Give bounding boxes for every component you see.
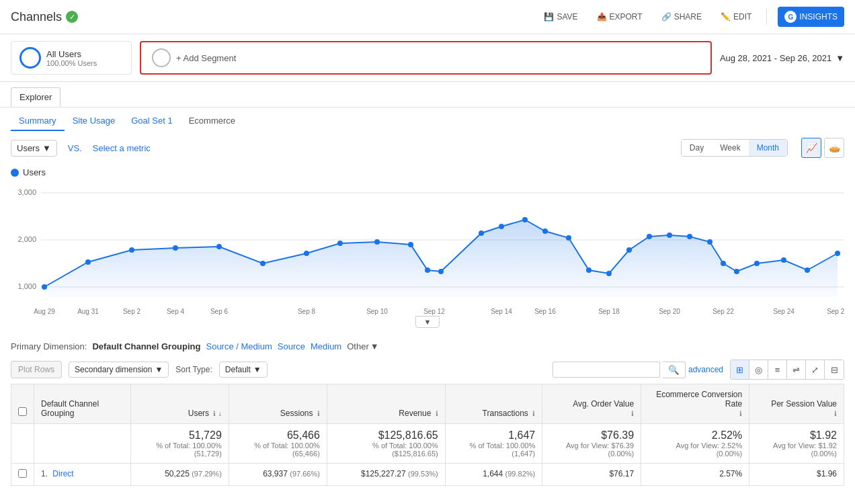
select-all-header	[11, 384, 34, 424]
row-1-name-link[interactable]: Direct	[52, 469, 73, 478]
bar-view-button[interactable]: ≡	[768, 360, 787, 379]
segment-pct: 100.00% Users	[46, 59, 97, 67]
svg-point-22	[566, 235, 571, 241]
data-table-wrapper: Default Channel Grouping Users ℹ ↓ Sessi…	[0, 384, 855, 497]
search-button[interactable]: 🔍	[663, 362, 686, 378]
source-link[interactable]: Source	[278, 341, 305, 351]
metric-label: Users	[17, 143, 40, 153]
divider	[766, 9, 767, 25]
svg-text:Sep 4: Sep 4	[167, 308, 185, 315]
insights-avatar: G	[784, 11, 797, 23]
chart-type-buttons: 📈 🥧	[801, 138, 844, 158]
month-button[interactable]: Month	[749, 140, 787, 156]
sub-tab-site-usage[interactable]: Site Usage	[65, 112, 124, 131]
row-1-checkbox-cell	[11, 464, 34, 486]
save-button[interactable]: 💾 SAVE	[540, 9, 581, 24]
svg-text:Aug 29: Aug 29	[34, 308, 55, 315]
row-1-transactions-value: 1,644	[483, 469, 503, 478]
explorer-tab[interactable]: Explorer	[11, 87, 60, 107]
select-metric-link[interactable]: Select a metric	[93, 143, 151, 153]
totals-per-session-cell: $1.92 Avg for View: $1.92 (0.00%)	[749, 424, 844, 464]
svg-text:Sep 2: Sep 2	[123, 308, 141, 315]
insights-button[interactable]: G INSIGHTS	[778, 7, 844, 27]
pivot-view-button[interactable]: ⤢	[806, 360, 825, 379]
svg-point-35	[835, 251, 840, 256]
source-medium-link[interactable]: Source / Medium	[206, 341, 272, 351]
sessions-info-icon[interactable]: ℹ	[317, 410, 320, 417]
compare-view-button[interactable]: ⇌	[787, 360, 806, 379]
sort-type-label: Sort Type:	[175, 365, 212, 374]
grid-view-button[interactable]: ⊞	[731, 360, 749, 379]
svg-point-31	[734, 269, 739, 274]
sub-tab-ecommerce[interactable]: Ecommerce	[181, 112, 243, 131]
svg-point-29	[707, 239, 712, 245]
row-1-num: 1.	[41, 469, 48, 478]
export-button[interactable]: 📤 EXPORT	[593, 9, 647, 24]
week-button[interactable]: Week	[712, 140, 748, 156]
transactions-info-icon[interactable]: ℹ	[532, 410, 535, 417]
sort-value: Default	[225, 365, 251, 374]
totals-conv-rate-cell: 2.52% Avg for View: 2.52% (0.00%)	[641, 424, 749, 464]
users-info-icon[interactable]: ℹ	[213, 410, 216, 417]
row-1-sessions-value: 63,937	[263, 469, 288, 478]
metric-dropdown[interactable]: Users ▼	[11, 140, 57, 157]
totals-sessions-sub: % of Total: 100.00% (65,466)	[236, 442, 320, 458]
chart-area: Users 3,000 2,000 1,000	[0, 165, 855, 335]
svg-text:Sep 12: Sep 12	[423, 308, 445, 315]
donut-view-button[interactable]: ◎	[749, 360, 768, 379]
avg-order-info-icon[interactable]: ℹ	[631, 410, 634, 417]
sub-tab-goal-set-1[interactable]: Goal Set 1	[123, 112, 180, 131]
chart-controls: Users ▼ VS. Select a metric Day Week Mon…	[0, 131, 855, 165]
totals-avg-order-value: $76.39	[549, 429, 634, 442]
legend-dot	[11, 169, 19, 177]
sort-dropdown[interactable]: Default ▼	[219, 362, 268, 378]
date-range-picker[interactable]: Aug 28, 2021 - Sep 26, 2021 ▼	[720, 41, 844, 75]
svg-point-33	[781, 257, 786, 263]
svg-text:Sep 10: Sep 10	[366, 308, 388, 315]
select-all-checkbox[interactable]	[18, 407, 27, 416]
svg-point-13	[337, 241, 343, 246]
totals-per-session-value: $1.92	[756, 429, 837, 442]
totals-transactions-sub: % of Total: 100.00% (1,647)	[452, 442, 536, 458]
svg-point-30	[721, 261, 726, 266]
svg-point-28	[687, 234, 692, 239]
sub-tab-summary[interactable]: Summary	[11, 112, 65, 131]
svg-text:Sep 20: Sep 20	[659, 308, 680, 315]
secondary-dimension-dropdown[interactable]: Secondary dimension ▼	[69, 362, 169, 378]
line-chart-button[interactable]: 📈	[801, 138, 821, 158]
per-session-info-icon[interactable]: ℹ	[834, 410, 837, 417]
totals-row: 51,729 % of Total: 100.00% (51,729) 65,4…	[11, 424, 844, 464]
svg-point-25	[626, 247, 632, 253]
svg-text:Sep 16: Sep 16	[534, 308, 556, 315]
legend-label: Users	[23, 167, 46, 177]
pie-chart-button[interactable]: 🥧	[824, 138, 844, 158]
svg-point-27	[667, 233, 672, 238]
channel-grouping-header: Default Channel Grouping	[34, 384, 131, 424]
totals-transactions-cell: 1,647 % of Total: 100.00% (1,647)	[445, 424, 542, 464]
verified-icon: ✓	[66, 11, 78, 23]
svg-point-7	[85, 259, 91, 265]
row-1-users-pct: (97.29%)	[192, 470, 222, 478]
svg-text:Aug 31: Aug 31	[77, 308, 99, 315]
users-sort-icon[interactable]: ↓	[218, 410, 222, 417]
avg-order-header: Avg. Order Value ℹ	[542, 384, 641, 424]
save-icon: 💾	[544, 12, 554, 22]
svg-point-15	[408, 242, 413, 247]
share-button[interactable]: 🔗 SHARE	[657, 9, 706, 24]
conv-rate-info-icon[interactable]: ℹ	[739, 410, 742, 417]
advanced-link[interactable]: advanced	[688, 365, 723, 374]
row-1-checkbox[interactable]	[18, 469, 27, 478]
totals-users-cell: 51,729 % of Total: 100.00% (51,729)	[130, 424, 229, 464]
other-dropdown[interactable]: Other ▼	[347, 341, 378, 351]
add-segment-button[interactable]: + Add Segment	[140, 41, 712, 75]
search-input[interactable]	[553, 362, 660, 378]
edit-button[interactable]: ✏️ EDIT	[717, 9, 756, 24]
revenue-info-icon[interactable]: ℹ	[436, 410, 438, 417]
custom-view-button[interactable]: ⊟	[825, 360, 844, 379]
day-button[interactable]: Day	[682, 140, 712, 156]
row-1-per-session-value: $1.96	[817, 469, 837, 478]
svg-text:3,000: 3,000	[17, 188, 36, 196]
all-users-segment: All Users 100.00% Users	[11, 41, 132, 75]
medium-link[interactable]: Medium	[311, 341, 341, 351]
secondary-dim-arrow-icon: ▼	[155, 365, 163, 374]
